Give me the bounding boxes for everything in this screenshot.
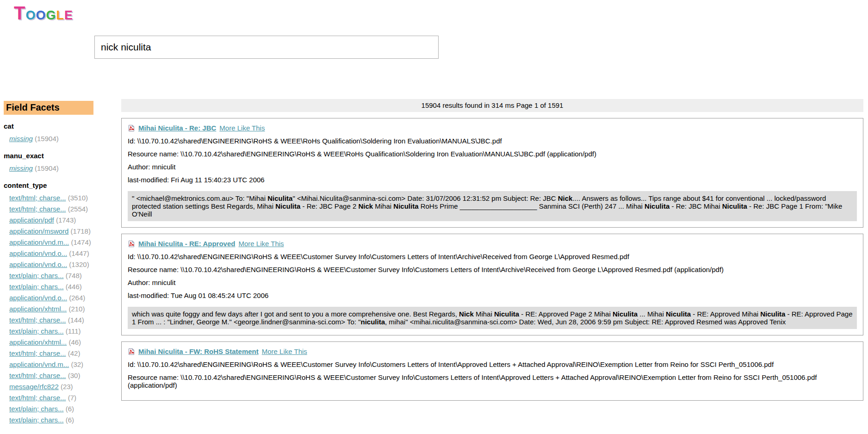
facet-link[interactable]: text/plain; chars... <box>9 416 64 424</box>
facets-sidebar: Field Facets cat missing (15904) manu_ex… <box>4 101 94 426</box>
facet-item: text/html; charse... (30) <box>9 370 94 381</box>
facet-count: (264) <box>67 294 85 302</box>
more-like-this-link[interactable]: More Like This <box>238 240 284 248</box>
facet-link[interactable]: application/xhtml... <box>9 305 67 313</box>
facet-count: (30) <box>66 372 81 379</box>
facet-count: (15904) <box>33 164 59 172</box>
facet-group-name: content_type <box>4 181 94 189</box>
page: TOOGLE Field Facets cat missing (15904) … <box>0 0 868 434</box>
pdf-file-icon <box>128 240 135 248</box>
result-title-row: Mihai Niculita - RE: Approved More Like … <box>128 240 857 248</box>
facet-link[interactable]: text/html; charse... <box>9 194 66 202</box>
facet-items: text/html; charse... (3510) text/html; c… <box>4 192 94 426</box>
facet-count: (210) <box>67 305 85 313</box>
facet-groups: cat missing (15904) manu_exact missing (… <box>4 122 94 426</box>
facet-link[interactable]: text/html; charse... <box>9 394 66 402</box>
facet-item: message/rfc822 (23) <box>9 381 94 392</box>
result-title-link[interactable]: Mihai Niculita - FW: RoHS Statement <box>138 347 259 355</box>
facet-count: (446) <box>64 283 82 291</box>
facet-link[interactable]: text/plain; chars... <box>9 327 64 335</box>
facet-group: content_type text/html; charse... (3510)… <box>4 181 94 426</box>
facet-link[interactable]: application/xhtml... <box>9 338 67 346</box>
facet-item: application/pdf (1743) <box>9 215 94 226</box>
facet-item: application/vnd.m... (32) <box>9 359 94 370</box>
logo-letter: L <box>56 8 64 22</box>
search-input[interactable] <box>94 36 439 59</box>
facet-item: text/html; charse... (3510) <box>9 192 94 204</box>
logo-letter: G <box>46 8 56 22</box>
result-title-row: Mihai Niculita - Re: JBC More Like This <box>128 124 857 132</box>
facet-link[interactable]: application/vnd.o... <box>9 249 67 257</box>
facet-link[interactable]: text/plain; chars... <box>9 272 64 279</box>
facet-link[interactable]: text/plain; chars... <box>9 405 64 413</box>
result-detail: last-modified: Tue Aug 01 08:45:24 UTC 2… <box>128 291 857 299</box>
facet-count: (7) <box>66 394 77 402</box>
result-detail: Resource name: \\10.70.10.42\shared\ENGI… <box>128 373 857 389</box>
facet-item: text/plain; chars... (111) <box>9 326 94 337</box>
facet-count: (1320) <box>67 260 89 268</box>
facet-count: (6) <box>64 405 74 413</box>
results-area: 15904 results found in 314 ms Page 1 of … <box>121 99 863 401</box>
facet-item: text/html; charse... (144) <box>9 315 94 326</box>
pdf-file-icon <box>128 348 135 355</box>
search-bar <box>94 36 439 59</box>
facet-item: text/plain; chars... (6) <box>9 403 94 415</box>
facet-count: (1718) <box>68 227 91 235</box>
logo-letter: O <box>25 8 36 22</box>
logo-letter: O <box>36 8 46 22</box>
facet-link[interactable]: application/msword <box>9 227 68 235</box>
toogle-logo[interactable]: TOOGLE <box>14 3 73 27</box>
facet-group: cat missing (15904) <box>4 122 94 144</box>
facet-items: missing (15904) <box>4 133 94 144</box>
results-list: Mihai Niculita - Re: JBC More Like This … <box>121 118 863 401</box>
search-result: Mihai Niculita - RE: Approved More Like … <box>121 234 863 335</box>
facet-item: application/vnd.m... (1474) <box>9 237 94 248</box>
facet-item: application/xhtml... (210) <box>9 304 94 315</box>
more-like-this-link[interactable]: More Like This <box>262 347 307 355</box>
facet-link[interactable]: missing <box>9 135 33 143</box>
pdf-file-icon <box>128 124 135 132</box>
result-detail: Resource name: \\10.70.10.42\shared\ENGI… <box>128 266 857 273</box>
facet-count: (3510) <box>66 194 88 202</box>
facet-link[interactable]: application/vnd.m... <box>9 238 69 246</box>
result-title-row: Mihai Niculita - FW: RoHS Statement More… <box>128 347 857 355</box>
facet-count: (15904) <box>33 135 59 143</box>
result-title-link[interactable]: Mihai Niculita - RE: Approved <box>138 240 235 248</box>
result-detail: Id: \\10.70.10.42\shared\ENGINEERING\RoH… <box>128 137 857 145</box>
facet-link[interactable]: text/html; charse... <box>9 316 66 324</box>
result-detail: Author: mniculit <box>128 163 857 171</box>
result-snippet: which was quite foggy and few days after… <box>128 307 857 329</box>
result-title-link[interactable]: Mihai Niculita - Re: JBC <box>138 124 216 132</box>
facet-count: (2554) <box>66 205 88 213</box>
facet-count: (23) <box>59 383 73 391</box>
facet-link[interactable]: text/html; charse... <box>9 349 66 357</box>
facet-link[interactable]: application/pdf <box>9 216 54 224</box>
facet-link[interactable]: text/plain; chars... <box>9 283 64 291</box>
result-detail: Author: mniculit <box>128 279 857 286</box>
facet-link[interactable]: missing <box>9 164 33 172</box>
search-result: Mihai Niculita - Re: JBC More Like This … <box>121 118 863 228</box>
facet-link[interactable]: application/vnd.m... <box>9 360 69 368</box>
facet-link[interactable]: text/html; charse... <box>9 372 66 379</box>
facet-item: missing (15904) <box>9 163 94 174</box>
facet-count: (6) <box>64 416 74 424</box>
facet-item: text/html; charse... (42) <box>9 348 94 359</box>
facet-item: text/plain; chars... (6) <box>9 415 94 426</box>
facet-count: (1743) <box>54 216 76 224</box>
facet-count: (144) <box>66 316 84 324</box>
facet-count: (32) <box>69 360 83 368</box>
facet-item: text/plain; chars... (446) <box>9 281 94 292</box>
facet-link[interactable]: text/html; charse... <box>9 205 66 213</box>
result-detail: Resource name: \\10.70.10.42\shared\ENGI… <box>128 150 857 158</box>
facet-link[interactable]: message/rfc822 <box>9 383 59 391</box>
more-like-this-link[interactable]: More Like This <box>219 124 265 132</box>
results-summary: 15904 results found in 314 ms Page 1 of … <box>121 99 863 112</box>
logo-letter: E <box>64 8 73 22</box>
facet-items: missing (15904) <box>4 163 94 174</box>
facet-item: text/html; charse... (2554) <box>9 204 94 215</box>
facet-link[interactable]: application/vnd.o... <box>9 260 67 268</box>
result-detail: last-modified: Fri Aug 11 15:40:23 UTC 2… <box>128 176 857 184</box>
facet-group-name: manu_exact <box>4 152 94 160</box>
facet-link[interactable]: application/vnd.o... <box>9 294 67 302</box>
result-detail: Id: \\10.70.10.42\shared\ENGINEERING\RoH… <box>128 253 857 260</box>
